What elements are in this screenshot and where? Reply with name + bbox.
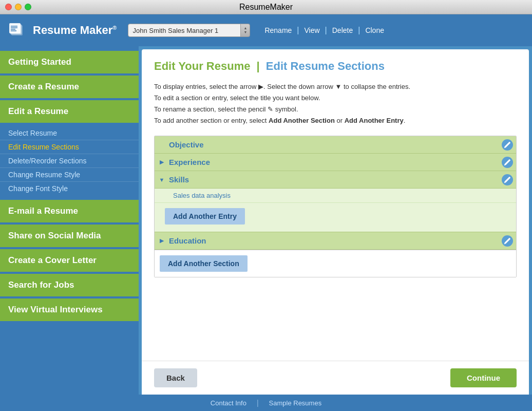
logo: Resume Maker® xyxy=(6,19,117,42)
maximize-button[interactable] xyxy=(25,4,31,10)
bold-add-section: Add Another Section xyxy=(269,117,335,124)
section-label-skills[interactable]: Skills xyxy=(169,175,499,184)
breadcrumb-part1: Edit Your Resume xyxy=(154,60,250,72)
section-arrow-skills[interactable]: ▼ xyxy=(155,177,169,183)
sidebar-subitem-change-font[interactable]: Change Font Style xyxy=(0,182,139,195)
pencil-svg-skills xyxy=(504,176,511,183)
sidebar-item-search-jobs[interactable]: Search for Jobs xyxy=(0,274,139,296)
header-actions: Rename | View | Delete | Clone xyxy=(260,26,388,35)
content-panel: Edit Your Resume | Edit Resume Sections … xyxy=(142,49,529,395)
logo-text: Resume Maker® xyxy=(33,24,117,37)
section-edit-objective[interactable] xyxy=(499,136,516,154)
section-arrow-experience[interactable]: ▶ xyxy=(155,159,169,165)
section-edit-experience[interactable] xyxy=(499,154,516,171)
sidebar-subitem-change-style[interactable]: Change Resume Style xyxy=(0,168,139,182)
clone-button[interactable]: Clone xyxy=(361,26,388,34)
contact-info-link[interactable]: Contact Info xyxy=(211,399,246,407)
pencil-icon-objective xyxy=(502,139,513,151)
breadcrumb-part2: Edit Resume Sections xyxy=(266,60,385,72)
sidebar-subitem-select-resume[interactable]: Select Resume xyxy=(0,126,139,140)
sidebar-item-edit-resume[interactable]: Edit a Resume xyxy=(0,100,139,123)
sidebar-item-share-social[interactable]: Share on Social Media xyxy=(0,225,139,247)
app-title: ResumeMaker xyxy=(239,3,293,12)
add-another-entry-button[interactable]: Add Another Entry xyxy=(165,208,245,225)
instruction-4: To add another section or entry, select … xyxy=(154,115,517,126)
pencil-icon-experience xyxy=(502,157,513,168)
titlebar: ResumeMaker xyxy=(0,0,532,14)
section-row-skills[interactable]: ▼ Skills xyxy=(155,171,516,189)
sections-list: Objective ▶ Experience xyxy=(154,136,517,277)
arrow-up-icon: ▲ xyxy=(243,26,247,30)
resume-selector: John Smith Sales Manager 1 ▲ ▼ xyxy=(128,24,250,37)
sidebar-subitem-edit-resume-sections[interactable]: Edit Resume Sections xyxy=(0,140,139,154)
back-button[interactable]: Back xyxy=(154,368,197,387)
continue-button[interactable]: Continue xyxy=(450,368,517,387)
section-row-education[interactable]: ▶ Education xyxy=(155,232,516,250)
sample-resumes-link[interactable]: Sample Resumes xyxy=(269,399,322,407)
section-label-experience[interactable]: Experience xyxy=(169,158,499,166)
header-divider-3: | xyxy=(358,26,360,35)
section-label-objective[interactable]: Objective xyxy=(169,140,499,149)
section-row-objective[interactable]: Objective xyxy=(155,136,516,154)
bold-add-entry: Add Another Entry xyxy=(345,117,404,124)
add-entry-container: Add Another Entry xyxy=(155,203,516,232)
section-row-experience[interactable]: ▶ Experience xyxy=(155,154,516,171)
logo-reg: ® xyxy=(112,25,117,31)
rename-button[interactable]: Rename xyxy=(260,26,296,34)
add-another-section-button[interactable]: Add Another Section xyxy=(160,255,248,272)
section-edit-skills[interactable] xyxy=(499,171,516,189)
pencil-icon-skills xyxy=(502,174,513,185)
header-divider-2: | xyxy=(325,26,327,35)
sidebar-item-create-cover[interactable]: Create a Cover Letter xyxy=(0,249,139,272)
instruction-3: To rename a section, select the pencil ✎… xyxy=(154,104,517,115)
pencil-svg xyxy=(504,141,511,148)
footer-divider: | xyxy=(257,399,259,407)
delete-button[interactable]: Delete xyxy=(328,26,357,34)
section-arrow-education[interactable]: ▶ xyxy=(155,237,169,244)
traffic-lights xyxy=(5,4,31,10)
instruction-2: To edit a section or entry, select the t… xyxy=(154,92,517,104)
breadcrumb-separator: | xyxy=(257,60,263,72)
arrow-down-icon: ▼ xyxy=(243,30,247,34)
edit-resume-submenu: Select Resume Edit Resume Sections Delet… xyxy=(0,124,139,198)
sidebar: Getting Started Create a Resume Edit a R… xyxy=(0,46,139,395)
instructions: To display entries, select the arrow ▶. … xyxy=(154,81,517,126)
sidebar-subitem-delete-reorder[interactable]: Delete/Reorder Sections xyxy=(0,154,139,168)
sidebar-item-email-resume[interactable]: E-mail a Resume xyxy=(0,200,139,222)
skills-children: Sales data analysis Add Another Entry xyxy=(155,189,516,232)
pencil-svg-exp xyxy=(504,159,511,166)
pencil-svg-edu xyxy=(504,237,511,245)
svg-rect-3 xyxy=(9,23,21,33)
instruction-1: To display entries, select the arrow ▶. … xyxy=(154,81,517,92)
logo-icon xyxy=(6,19,29,42)
content-footer: Back Continue xyxy=(142,361,529,395)
minimize-button[interactable] xyxy=(15,4,22,10)
content-inner: Edit Your Resume | Edit Resume Sections … xyxy=(142,49,529,361)
resume-dropdown[interactable]: John Smith Sales Manager 1 xyxy=(128,24,241,37)
add-section-container: Add Another Section xyxy=(155,250,516,277)
close-button[interactable] xyxy=(5,4,12,10)
header-divider-1: | xyxy=(297,26,299,35)
resume-arrows[interactable]: ▲ ▼ xyxy=(241,24,250,37)
sidebar-item-create-resume[interactable]: Create a Resume xyxy=(0,76,139,98)
section-label-education[interactable]: Education xyxy=(169,236,499,245)
skills-child-item-1[interactable]: Sales data analysis xyxy=(155,189,516,203)
sidebar-item-virtual-interviews[interactable]: View Virtual Interviews xyxy=(0,298,139,321)
header: Resume Maker® John Smith Sales Manager 1… xyxy=(0,14,532,46)
pencil-icon-education xyxy=(502,235,513,247)
section-edit-education[interactable] xyxy=(499,232,516,250)
bottom-bar: Contact Info | Sample Resumes xyxy=(0,395,532,411)
sidebar-item-getting-started[interactable]: Getting Started xyxy=(0,51,139,73)
page-title: Edit Your Resume | Edit Resume Sections xyxy=(154,60,517,73)
main: Getting Started Create a Resume Edit a R… xyxy=(0,46,532,395)
view-button[interactable]: View xyxy=(300,26,324,34)
